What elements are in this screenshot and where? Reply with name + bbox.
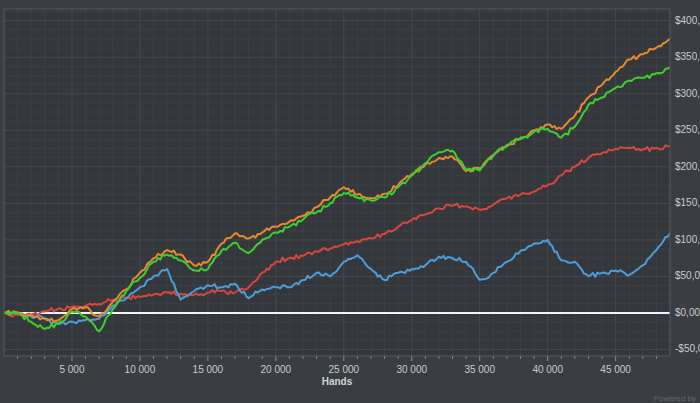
x-tick-label: 45 000 bbox=[600, 364, 631, 376]
x-tick-label: 35 000 bbox=[464, 364, 495, 376]
y-tick-label: $100,00 bbox=[675, 234, 700, 246]
y-tick-label: $50,00 bbox=[675, 270, 700, 282]
x-tick-label: 10 000 bbox=[125, 364, 156, 376]
x-tick-label: 25 000 bbox=[328, 364, 359, 376]
x-tick-label: 5 000 bbox=[59, 364, 84, 376]
y-tick-label: $200,00 bbox=[675, 161, 700, 173]
x-tick-label: 30 000 bbox=[396, 364, 427, 376]
y-tick-label: $400,00 bbox=[675, 15, 700, 27]
y-tick-label: $350,00 bbox=[675, 51, 700, 63]
powered-by-label: Powered by bbox=[654, 394, 696, 403]
x-tick-label: 15 000 bbox=[193, 364, 224, 376]
y-tick-label: $300,00 bbox=[675, 88, 700, 100]
y-tick-label: -$50,00 bbox=[675, 343, 700, 355]
x-axis-title: Hands bbox=[322, 376, 353, 387]
y-tick-label: $0,00 bbox=[675, 307, 700, 319]
x-tick-label: 20 000 bbox=[261, 364, 292, 376]
plot-area[interactable] bbox=[0, 0, 700, 403]
y-tick-label: $150,00 bbox=[675, 197, 700, 209]
winnings-graph: 5 00010 00015 00020 00025 00030 00035 00… bbox=[0, 0, 700, 403]
y-tick-label: $250,00 bbox=[675, 124, 700, 136]
x-tick-label: 40 000 bbox=[532, 364, 563, 376]
